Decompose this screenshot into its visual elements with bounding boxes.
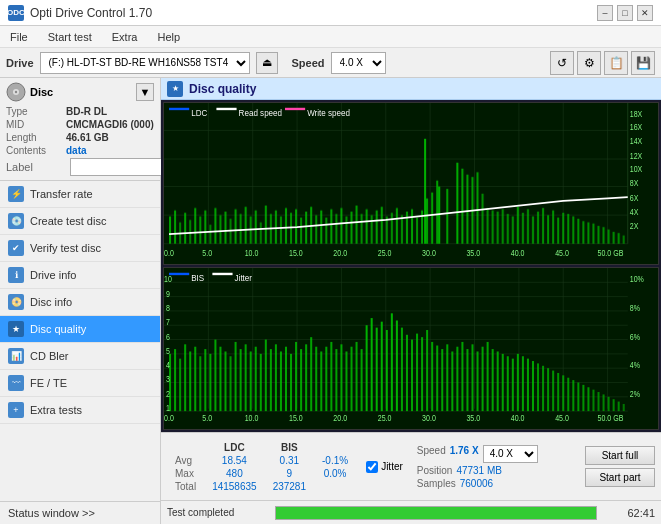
- sidebar-item-extra-tests[interactable]: + Extra tests: [0, 397, 160, 424]
- disc-info-label: Disc info: [30, 296, 72, 308]
- minimize-button[interactable]: –: [597, 5, 613, 21]
- svg-rect-223: [497, 351, 499, 411]
- stats-max-ldc: 480: [204, 467, 265, 480]
- svg-text:14X: 14X: [630, 136, 643, 146]
- svg-rect-90: [522, 213, 524, 244]
- svg-rect-29: [214, 208, 216, 244]
- position-label: Position: [417, 465, 453, 476]
- svg-rect-227: [517, 354, 519, 411]
- disc-quality-header: ★ Disc quality: [161, 78, 661, 100]
- svg-rect-178: [270, 349, 272, 411]
- svg-rect-179: [275, 344, 277, 411]
- svg-rect-201: [386, 330, 388, 411]
- svg-text:0.0: 0.0: [164, 248, 174, 258]
- svg-text:15.0: 15.0: [289, 248, 303, 258]
- svg-rect-246: [613, 399, 615, 411]
- sidebar-item-disc-info[interactable]: 📀 Disc info: [0, 289, 160, 316]
- sidebar-item-disc-quality[interactable]: ★ Disc quality: [0, 316, 160, 343]
- disc-label-input[interactable]: [70, 158, 165, 176]
- svg-rect-225: [507, 356, 509, 411]
- svg-rect-53: [335, 214, 337, 244]
- svg-rect-235: [557, 373, 559, 411]
- svg-text:20.0: 20.0: [333, 413, 347, 423]
- status-window-button[interactable]: Status window >>: [0, 502, 160, 524]
- settings-button[interactable]: ⚙: [577, 51, 601, 75]
- sidebar-item-create-test-disc[interactable]: 💿 Create test disc: [0, 208, 160, 235]
- svg-rect-71: [424, 139, 426, 244]
- extra-tests-icon: +: [8, 402, 24, 418]
- charts-area: LDC Read speed Write speed 18X 16X 14X 1…: [161, 100, 661, 432]
- chart1-svg: LDC Read speed Write speed 18X 16X 14X 1…: [164, 103, 658, 264]
- svg-rect-190: [330, 342, 332, 411]
- svg-text:10.0: 10.0: [245, 413, 259, 423]
- svg-rect-233: [547, 368, 549, 411]
- disc-length-value: 46.61 GB: [66, 132, 109, 143]
- svg-text:4%: 4%: [630, 361, 640, 371]
- position-row: Position 47731 MB: [417, 465, 538, 476]
- menu-help[interactable]: Help: [153, 30, 184, 44]
- speed-selector[interactable]: 4.0 X: [331, 52, 386, 74]
- svg-rect-26: [199, 216, 201, 243]
- svg-rect-23: [184, 213, 186, 244]
- svg-rect-167: [214, 340, 216, 412]
- svg-rect-180: [280, 351, 282, 411]
- maximize-button[interactable]: □: [617, 5, 633, 21]
- svg-rect-188: [320, 351, 322, 411]
- disc-details-button[interactable]: ▼: [136, 83, 154, 101]
- save-button[interactable]: 💾: [631, 51, 655, 75]
- svg-rect-196: [361, 349, 363, 411]
- svg-rect-221: [487, 342, 489, 411]
- svg-text:8: 8: [166, 303, 170, 313]
- svg-rect-100: [572, 216, 574, 243]
- svg-rect-28: [209, 225, 211, 244]
- jitter-checkbox[interactable]: [366, 461, 378, 473]
- menu-file[interactable]: File: [6, 30, 32, 44]
- svg-rect-234: [552, 371, 554, 412]
- stats-table: LDC BIS Avg 18.54 0.31 -0.1% Max 480 9: [167, 441, 356, 493]
- copy-button[interactable]: 📋: [604, 51, 628, 75]
- svg-rect-241: [587, 387, 589, 411]
- svg-rect-78: [446, 189, 448, 244]
- eject-button[interactable]: ⏏: [256, 52, 278, 74]
- svg-text:40.0: 40.0: [511, 413, 525, 423]
- svg-rect-231: [537, 363, 539, 411]
- svg-rect-109: [618, 233, 620, 244]
- svg-text:30.0: 30.0: [422, 413, 436, 423]
- progress-bar-container: [275, 506, 597, 520]
- svg-rect-92: [532, 216, 534, 243]
- disc-contents-value[interactable]: data: [66, 145, 87, 156]
- svg-rect-174: [250, 351, 252, 411]
- svg-rect-249: [169, 273, 189, 275]
- refresh-button[interactable]: ↺: [550, 51, 574, 75]
- sidebar-item-verify-test-disc[interactable]: ✔ Verify test disc: [0, 235, 160, 262]
- stats-avg-label: Avg: [167, 454, 204, 467]
- menu-start-test[interactable]: Start test: [44, 30, 96, 44]
- close-button[interactable]: ✕: [637, 5, 653, 21]
- stats-max-row: Max 480 9 0.0%: [167, 467, 356, 480]
- start-full-button[interactable]: Start full: [585, 446, 655, 465]
- svg-text:2X: 2X: [630, 222, 639, 232]
- svg-rect-20: [169, 216, 171, 243]
- svg-rect-98: [562, 213, 564, 244]
- disc-contents-row: Contents data: [6, 145, 154, 156]
- sidebar-item-drive-info[interactable]: ℹ Drive info: [0, 262, 160, 289]
- start-part-button[interactable]: Start part: [585, 468, 655, 487]
- disc-info-icon: 📀: [8, 294, 24, 310]
- svg-rect-176: [260, 354, 262, 411]
- stats-avg-bis: 0.31: [265, 454, 314, 467]
- speed-selector-stats[interactable]: 4.0 X: [483, 445, 538, 463]
- speed-col-header: Speed: [417, 445, 446, 463]
- svg-text:Write speed: Write speed: [307, 107, 350, 118]
- sidebar-item-fe-te[interactable]: 〰 FE / TE: [0, 370, 160, 397]
- svg-rect-209: [426, 330, 428, 411]
- sidebar-item-cd-bler[interactable]: 📊 CD Bler: [0, 343, 160, 370]
- position-value: 47731 MB: [456, 465, 502, 476]
- svg-rect-165: [204, 349, 206, 411]
- svg-text:40.0: 40.0: [511, 248, 525, 258]
- svg-rect-76: [431, 192, 433, 243]
- svg-rect-183: [295, 342, 297, 411]
- sidebar-item-transfer-rate[interactable]: ⚡ Transfer rate: [0, 181, 160, 208]
- menu-extra[interactable]: Extra: [108, 30, 142, 44]
- drive-selector[interactable]: (F:) HL-DT-ST BD-RE WH16NS58 TST4: [40, 52, 250, 74]
- svg-rect-171: [235, 342, 237, 411]
